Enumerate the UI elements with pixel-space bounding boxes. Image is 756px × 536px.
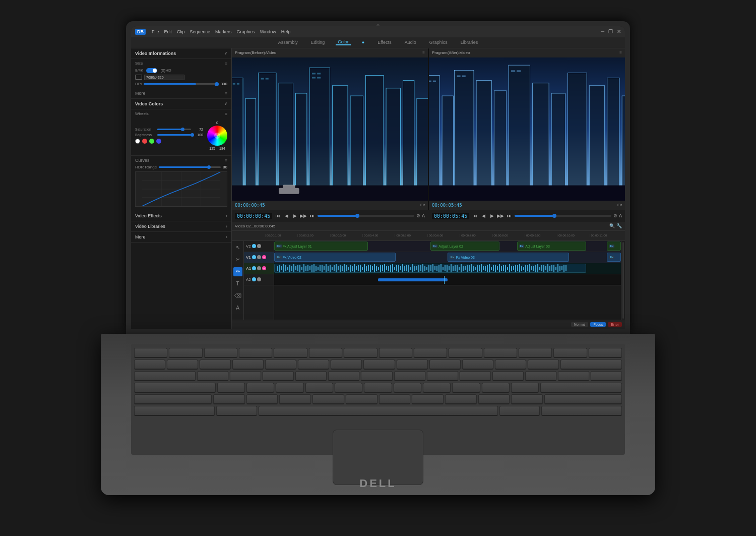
preview-right-menu[interactable]: ≡ <box>619 50 622 55</box>
btn-step-back-left[interactable]: ◀ <box>283 212 290 219</box>
key-u[interactable] <box>394 371 425 381</box>
menu-clip[interactable]: Clip <box>177 29 185 34</box>
btn-skip-back-right[interactable]: ⏮ <box>471 212 478 219</box>
key-d[interactable] <box>276 383 303 393</box>
key-l[interactable] <box>452 383 480 393</box>
btn-step-fwd-right[interactable]: ▶▶ <box>497 212 504 219</box>
key-f6[interactable] <box>344 348 377 358</box>
btn-step-back-right[interactable]: ◀ <box>480 212 487 219</box>
menu-sequence[interactable]: Sequence <box>190 29 211 34</box>
key-comma[interactable] <box>445 394 477 404</box>
v1-scissors-btn[interactable]: ✂ <box>262 255 266 259</box>
dpi-slider[interactable] <box>144 83 218 85</box>
key-e[interactable] <box>263 371 294 381</box>
key-minus[interactable] <box>495 360 526 370</box>
key-4[interactable] <box>265 360 296 370</box>
video-effects-item[interactable]: Video Effects › <box>131 211 231 221</box>
tab-graphics[interactable]: Graphics <box>427 40 450 45</box>
size-menu-icon[interactable]: ≡ <box>225 61 227 66</box>
key-f2[interactable] <box>204 348 237 358</box>
video-informations-header[interactable]: Video Informations ∨ <box>131 48 231 59</box>
tab-audio[interactable]: Audio <box>403 40 418 45</box>
key-b[interactable] <box>346 394 377 404</box>
key-space[interactable] <box>259 406 498 416</box>
key-f5[interactable] <box>309 348 342 358</box>
key-m[interactable] <box>412 394 444 404</box>
key-j[interactable] <box>394 383 421 393</box>
tab-libraries[interactable]: Libraries <box>459 40 480 45</box>
clip-adjust-layer-02[interactable]: Fx Adjust Layer 02 <box>430 242 500 251</box>
key-backspace[interactable] <box>560 360 622 370</box>
key-shift-l[interactable] <box>134 394 212 404</box>
key-equals[interactable] <box>528 360 559 370</box>
v1-lock-btn[interactable] <box>257 255 261 259</box>
saturation-slider[interactable] <box>157 129 191 130</box>
key-slash[interactable] <box>511 394 543 404</box>
btn-skip-fwd-right[interactable]: ⏭ <box>506 212 513 219</box>
key-1[interactable] <box>167 360 198 370</box>
key-k[interactable] <box>423 383 451 393</box>
key-lbracket[interactable] <box>525 371 556 381</box>
tool-eraser[interactable]: ⌫ <box>233 291 242 301</box>
btn-step-fwd-left[interactable]: ▶▶ <box>300 212 307 219</box>
key-f[interactable] <box>305 383 333 393</box>
clip-video-03[interactable]: Fx Fx Video 03 <box>448 253 569 262</box>
key-tilde[interactable] <box>134 360 165 370</box>
clip-adjust-layer-03[interactable]: Fx Adjust Layer 03 <box>517 242 587 251</box>
v1-eye-btn[interactable] <box>252 255 256 259</box>
progress-left[interactable] <box>318 215 414 217</box>
curves-chart[interactable] <box>135 171 227 207</box>
key-ctrl-l[interactable] <box>134 406 215 416</box>
key-r[interactable] <box>295 371 327 381</box>
key-6[interactable] <box>331 360 362 370</box>
key-5[interactable] <box>298 360 329 370</box>
tab-effects[interactable]: Effects <box>375 40 393 45</box>
key-h[interactable] <box>364 383 392 393</box>
tab-color[interactable]: Color <box>336 39 351 45</box>
key-backslash[interactable] <box>591 371 622 381</box>
key-f9[interactable] <box>449 348 482 358</box>
maximize-button[interactable]: ❐ <box>608 29 613 34</box>
resolution-select[interactable]: 7680x4320 <box>144 75 184 80</box>
key-f12[interactable] <box>553 348 587 358</box>
key-i[interactable] <box>427 371 458 381</box>
key-period[interactable] <box>478 394 510 404</box>
key-f8[interactable] <box>414 348 447 358</box>
key-n[interactable] <box>379 394 411 404</box>
error-btn[interactable]: Error <box>608 322 622 327</box>
key-v[interactable] <box>312 394 344 404</box>
clip-v1-fx[interactable]: Fx <box>607 253 621 262</box>
key-semicolon[interactable] <box>482 383 510 393</box>
key-s[interactable] <box>246 383 274 393</box>
clip-fx-4[interactable]: Fx <box>607 242 621 251</box>
key-f3[interactable] <box>239 348 272 358</box>
clip-adjust-layer-01[interactable]: Fx Fx Adjust Layer 01 <box>274 242 368 251</box>
close-button[interactable]: ✕ <box>617 29 621 34</box>
clip-audio-02[interactable] <box>274 264 586 273</box>
preview-left-menu[interactable]: ≡ <box>422 50 425 55</box>
minimize-button[interactable]: ─ <box>601 29 604 34</box>
key-t[interactable] <box>328 371 359 381</box>
tool-pen[interactable]: ✏ <box>233 267 242 276</box>
key-tab[interactable] <box>134 371 196 381</box>
a2-lock-btn[interactable] <box>257 277 261 281</box>
key-esc[interactable] <box>134 348 167 358</box>
key-enter[interactable] <box>540 383 622 393</box>
zoom-icon[interactable]: 🔍 <box>609 223 615 228</box>
btn-play-left[interactable]: ▶ <box>291 212 298 219</box>
v2-lock-btn[interactable] <box>257 244 261 248</box>
a1-scissors-btn[interactable]: ✂ <box>262 266 266 270</box>
menu-edit[interactable]: Edit <box>164 29 172 34</box>
brightness-slider[interactable] <box>157 134 191 136</box>
tab-editing[interactable]: Editing <box>309 40 327 45</box>
key-w[interactable] <box>230 371 261 381</box>
key-p[interactable] <box>492 371 524 381</box>
menu-file[interactable]: File <box>152 29 159 34</box>
key-9[interactable] <box>429 360 461 370</box>
video-colors-header[interactable]: Video Colors ∨ <box>131 99 231 109</box>
key-y[interactable] <box>361 371 392 381</box>
btn-skip-back-left[interactable]: ⏮ <box>274 212 281 219</box>
menu-help[interactable]: Help <box>281 29 291 34</box>
key-2[interactable] <box>200 360 231 370</box>
key-quote[interactable] <box>511 383 539 393</box>
